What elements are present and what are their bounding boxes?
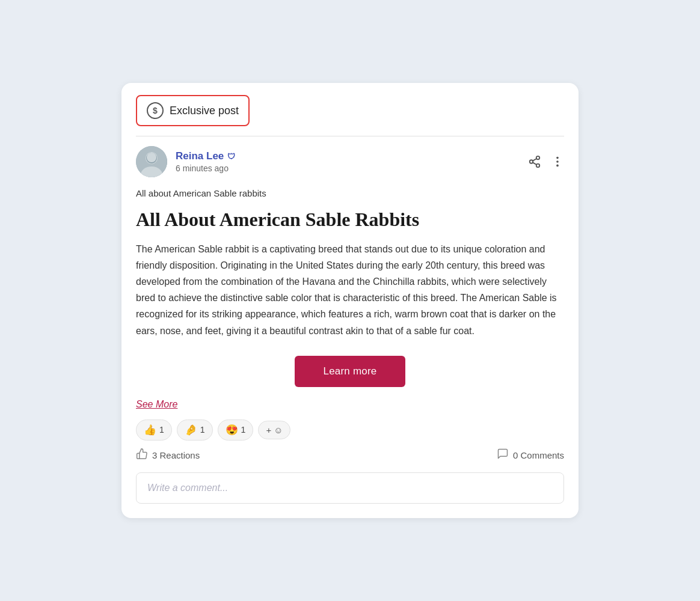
comment-placeholder: Write a comment... [147, 483, 228, 493]
comments-stat-icon [497, 448, 509, 463]
smiley-icon: ☺ [274, 425, 283, 435]
dollar-icon: $ [147, 102, 164, 119]
avatar [136, 146, 167, 177]
reactions-count: 3 Reactions [152, 450, 200, 460]
post-subtitle: All about American Sable rabbits [121, 177, 579, 198]
pinch-emoji: 🤌 [185, 424, 197, 436]
see-more-link[interactable]: See More [136, 399, 177, 409]
svg-point-4 [147, 153, 156, 162]
author-info: Reina Lee 🛡 6 minutes ago [136, 146, 235, 177]
post-body: The American Sable rabbit is a captivati… [121, 231, 579, 339]
reactions-row: 👍 1 🤌 1 😍 1 + ☺ [121, 410, 579, 441]
reaction-heart-eyes[interactable]: 😍 1 [218, 419, 254, 441]
stats-row: 3 Reactions 0 Comments [121, 441, 579, 463]
comments-stat[interactable]: 0 Comments [497, 448, 564, 463]
header-actions [528, 155, 564, 168]
see-more: See More [121, 387, 579, 410]
svg-point-12 [556, 165, 559, 167]
plus-icon: + [266, 425, 271, 435]
exclusive-banner: $ Exclusive post [136, 95, 250, 126]
exclusive-label: Exclusive post [170, 105, 239, 117]
reaction-pinch[interactable]: 🤌 1 [177, 419, 213, 441]
comment-box[interactable]: Write a comment... [136, 472, 564, 504]
learn-more-button[interactable]: Learn more [295, 356, 406, 387]
post-header: Reina Lee 🛡 6 minutes ago [121, 136, 579, 177]
comments-count: 0 Comments [513, 450, 564, 460]
add-reaction-button[interactable]: + ☺ [258, 421, 290, 439]
share-icon[interactable] [528, 155, 541, 168]
author-details: Reina Lee 🛡 6 minutes ago [176, 150, 235, 173]
svg-line-8 [533, 163, 536, 165]
post-card: $ Exclusive post Reina Lee 🛡 [121, 83, 579, 518]
verified-shield-icon: 🛡 [227, 152, 235, 161]
reaction-thumbs-up[interactable]: 👍 1 [136, 419, 172, 441]
thumbs-up-emoji: 👍 [144, 424, 156, 436]
reactions-stat-icon [136, 448, 148, 463]
svg-point-11 [556, 160, 559, 163]
learn-more-container: Learn more [121, 339, 579, 387]
svg-line-9 [533, 159, 536, 161]
svg-point-10 [556, 157, 559, 159]
reactions-stat[interactable]: 3 Reactions [136, 448, 200, 463]
more-options-icon[interactable] [551, 155, 564, 168]
heart-eyes-emoji: 😍 [226, 424, 238, 436]
author-name: Reina Lee 🛡 [176, 150, 235, 162]
post-time: 6 minutes ago [176, 163, 235, 173]
post-title: All About American Sable Rabbits [121, 198, 579, 231]
